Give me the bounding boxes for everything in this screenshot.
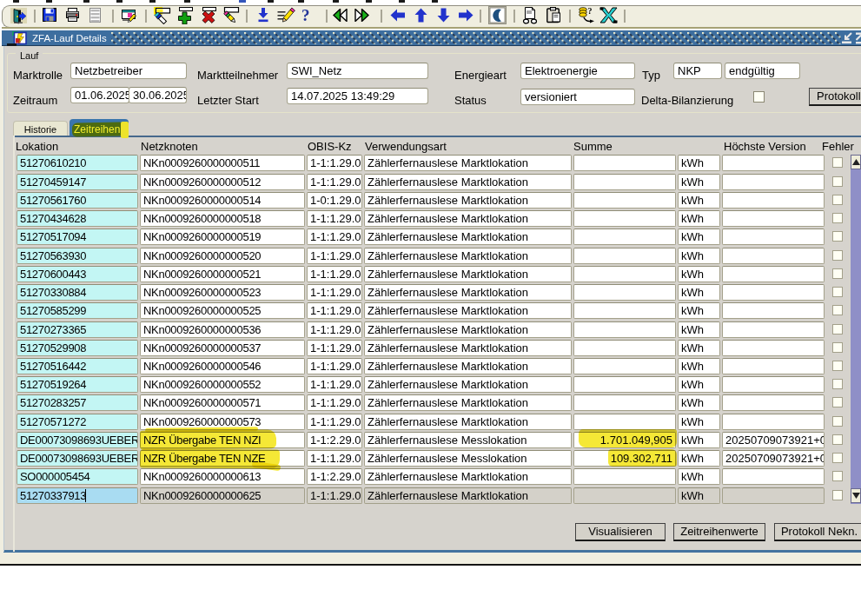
svg-text:?: ? bbox=[588, 7, 593, 16]
